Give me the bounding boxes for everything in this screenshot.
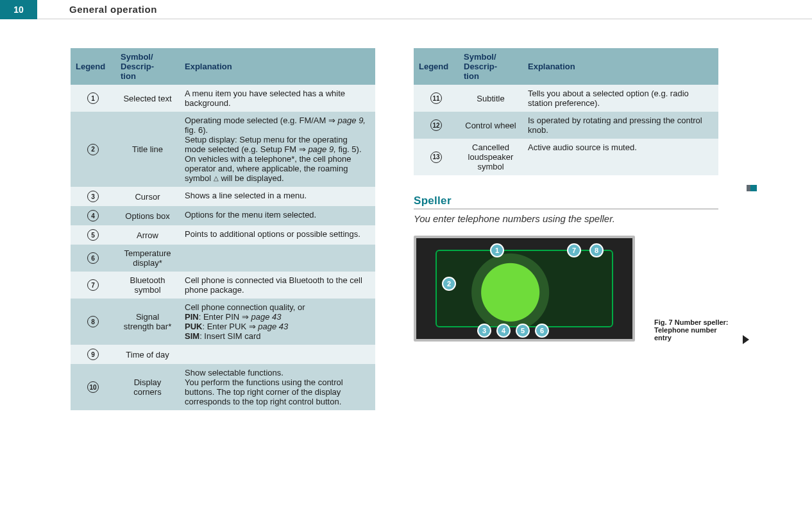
legend-number: 9 xyxy=(71,345,115,364)
circled-number-icon: 12 xyxy=(430,119,442,131)
left-column: Legend Symbol/ Descrip- tion Explanation… xyxy=(71,48,375,410)
table-row: 3CursorShows a line selected in a menu. xyxy=(71,187,375,206)
legend-number: 6 xyxy=(71,245,115,272)
circled-number-icon: 8 xyxy=(87,316,99,327)
symbol-description: Signal strength bar* xyxy=(115,299,180,345)
explanation-text: Tells you about a selected option (e.g. … xyxy=(523,85,718,112)
legend-table-left: Legend Symbol/ Descrip- tion Explanation… xyxy=(71,48,375,410)
th-legend: Legend xyxy=(71,48,115,85)
explanation-text: A menu item you have selected has a whit… xyxy=(180,85,375,112)
legend-number: 3 xyxy=(71,187,115,206)
table-row: 4Options boxOptions for the menu item se… xyxy=(71,206,375,225)
circled-number-icon: 5 xyxy=(87,229,99,241)
figure-callout-6-icon: 6 xyxy=(535,324,549,338)
symbol-description: Cursor xyxy=(115,187,180,206)
figure-callout-3-icon: 3 xyxy=(477,324,491,338)
symbol-description: Time of day xyxy=(115,345,180,364)
table-row: 8Signal strength bar*Cell phone connecti… xyxy=(71,299,375,345)
figure-callout-7-icon: 7 xyxy=(567,243,581,257)
table-row: 5ArrowPoints to additional options or po… xyxy=(71,225,375,245)
explanation-text: Active audio source is muted. xyxy=(523,139,718,175)
explanation-text xyxy=(180,245,375,272)
figure-7-caption: Fig. 7 Number speller: Telephone number … xyxy=(654,318,731,342)
symbol-description: Subtitle xyxy=(459,85,523,112)
symbol-description: Display corners xyxy=(115,364,180,410)
page-number-tab: 10 xyxy=(0,0,37,19)
legend-number: 1 xyxy=(71,85,115,112)
symbol-description: Options box xyxy=(115,206,180,225)
circled-number-icon: 13 xyxy=(430,152,442,163)
circled-number-icon: 3 xyxy=(87,191,99,202)
symbol-description: Arrow xyxy=(115,225,180,245)
table-row: 10Display cornersShow selectable functio… xyxy=(71,364,375,410)
symbol-description: Cancelled loudspeaker symbol xyxy=(459,139,523,175)
table-row: 13Cancelled loudspeaker symbolActive aud… xyxy=(414,139,718,175)
legend-number: 12 xyxy=(414,112,459,139)
explanation-text: Cell phone connection quality, orPIN: En… xyxy=(180,299,375,345)
table-row: 2Title lineOperating mode selected (e.g.… xyxy=(71,112,375,187)
right-column: Legend Symbol/ Descrip- tion Explanation… xyxy=(414,48,718,410)
explanation-text: Shows a line selected in a menu. xyxy=(180,187,375,206)
table-row: 7Bluetooth symbolCell phone is connected… xyxy=(71,272,375,299)
symbol-description: Bluetooth symbol xyxy=(115,272,180,299)
legend-number: 11 xyxy=(414,85,459,112)
section-end-marker xyxy=(750,185,757,191)
page-header: 10 General operation xyxy=(0,0,812,19)
legend-number: 5 xyxy=(71,225,115,245)
explanation-text: Options for the menu item selected. xyxy=(180,206,375,225)
legend-number: 4 xyxy=(71,206,115,225)
symbol-description: Selected text xyxy=(115,85,180,112)
legend-number: 10 xyxy=(71,364,115,410)
figure-callout-8-icon: 8 xyxy=(589,243,604,257)
explanation-text xyxy=(180,345,375,364)
figure-callout-4-icon: 4 xyxy=(496,324,511,338)
legend-number: 2 xyxy=(71,112,115,187)
circled-number-icon: 10 xyxy=(87,381,99,393)
circled-number-icon: 11 xyxy=(430,92,442,104)
explanation-text: Show selectable functions.You perform th… xyxy=(180,364,375,410)
explanation-text: Cell phone is connected via Bluetooth to… xyxy=(180,272,375,299)
th-symbol: Symbol/ Descrip- tion xyxy=(115,48,180,85)
chapter-title: General operation xyxy=(69,0,157,19)
legend-table-right: Legend Symbol/ Descrip- tion Explanation… xyxy=(414,48,718,175)
circled-number-icon: 2 xyxy=(87,144,99,155)
legend-number: 13 xyxy=(414,139,459,175)
legend-number: 7 xyxy=(71,272,115,299)
symbol-description: Control wheel xyxy=(459,112,523,139)
figure-callout-5-icon: 5 xyxy=(516,324,530,338)
th-explanation: Explanation xyxy=(180,48,375,85)
circled-number-icon: 9 xyxy=(87,349,99,360)
explanation-text: Operating mode selected (e.g. FM/AM ⇒ pa… xyxy=(180,112,375,187)
figure-callout-1-icon: 1 xyxy=(490,243,504,257)
th-legend: Legend xyxy=(414,48,459,85)
symbol-description: Temperature display* xyxy=(115,245,180,272)
circled-number-icon: 4 xyxy=(87,210,99,221)
explanation-text: Is operated by rotating and pressing the… xyxy=(523,112,718,139)
th-explanation: Explanation xyxy=(523,48,718,85)
table-row: 6Temperature display* xyxy=(71,245,375,272)
symbol-description: Title line xyxy=(115,112,180,187)
table-row: 9Time of day xyxy=(71,345,375,364)
circled-number-icon: 7 xyxy=(87,279,99,291)
speller-heading: Speller xyxy=(414,195,718,209)
legend-number: 8 xyxy=(71,299,115,345)
circled-number-icon: 1 xyxy=(87,92,99,104)
figure-7-image: 1 2 3 4 5 6 7 8 xyxy=(414,236,635,342)
speller-subtitle: You enter telephone numbers using the sp… xyxy=(414,213,718,224)
continue-arrow-icon xyxy=(743,335,749,344)
table-row: 12Control wheelIs operated by rotating a… xyxy=(414,112,718,139)
explanation-text: Points to additional options or possible… xyxy=(180,225,375,245)
table-row: 1Selected textA menu item you have selec… xyxy=(71,85,375,112)
table-row: 11SubtitleTells you about a selected opt… xyxy=(414,85,718,112)
figure-callout-2-icon: 2 xyxy=(442,277,456,291)
th-symbol: Symbol/ Descrip- tion xyxy=(459,48,523,85)
circled-number-icon: 6 xyxy=(87,252,99,264)
